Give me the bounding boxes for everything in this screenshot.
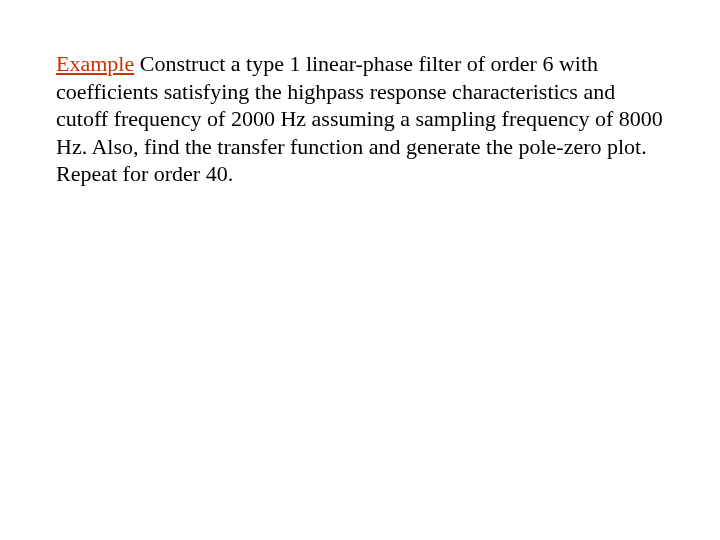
example-body: Construct a type 1 linear-phase filter o… <box>56 51 663 186</box>
example-paragraph: Example Construct a type 1 linear-phase … <box>56 50 672 188</box>
slide-page: Example Construct a type 1 linear-phase … <box>0 0 720 540</box>
example-label: Example <box>56 51 134 76</box>
